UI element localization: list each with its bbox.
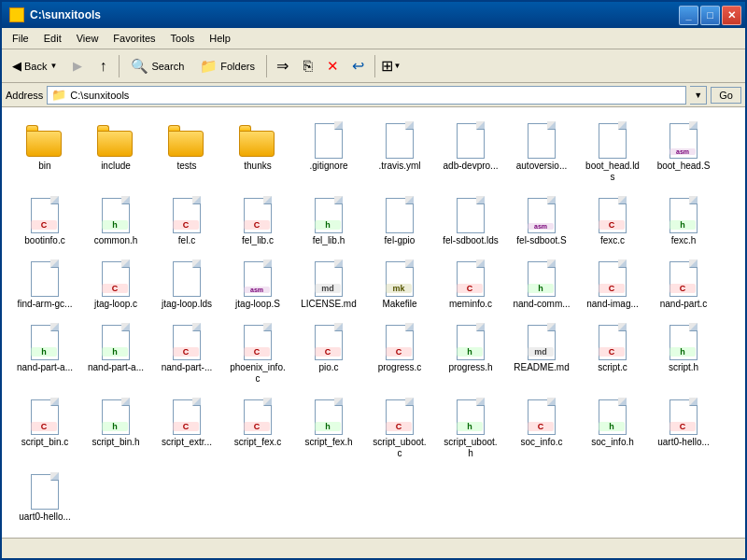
list-item[interactable]: h progress.h [437, 318, 504, 389]
list-item[interactable]: C meminfo.c [437, 255, 504, 315]
toolbar: ◀ Back ▼ ▶ ↑ 🔍 Search 📁 Folders ⇒ ⎘ ✕ [2, 49, 745, 83]
list-item[interactable]: h fexc.h [650, 191, 717, 251]
list-item[interactable]: C fel_lib.c [224, 191, 291, 251]
move-button[interactable]: ⇒ [272, 55, 294, 77]
list-item[interactable]: C fexc.c [579, 191, 646, 251]
list-item[interactable]: h script_fex.h [295, 393, 362, 464]
list-item[interactable]: jtag-loop.lds [153, 255, 220, 315]
file-name: find-arm-gc... [18, 299, 73, 310]
file-name: bootinfo.c [24, 235, 64, 246]
list-item[interactable]: adb-devpro... [437, 117, 504, 188]
document-icon: C [239, 196, 276, 233]
list-item[interactable]: C nand-imag... [579, 255, 646, 315]
list-item[interactable]: C nand-part-... [153, 318, 220, 389]
document-icon: C [26, 398, 63, 435]
list-item[interactable]: h script.h [650, 318, 717, 389]
document-icon: md [523, 323, 560, 360]
file-name: soc_info.h [591, 437, 634, 448]
file-name: .travis.yml [379, 161, 421, 172]
list-item[interactable]: md README.md [508, 318, 575, 389]
menu-view[interactable]: View [70, 30, 106, 47]
list-item[interactable]: mk Makefile [366, 255, 433, 315]
document-icon [26, 259, 63, 297]
menu-file[interactable]: File [6, 30, 35, 47]
list-item[interactable]: C fel.c [153, 191, 220, 251]
file-name: script_bin.c [21, 437, 69, 448]
list-item[interactable]: C script_extr... [153, 393, 220, 464]
back-button[interactable]: ◀ Back ▼ [6, 56, 63, 76]
minimize-button[interactable]: _ [679, 6, 698, 25]
list-item[interactable]: C phoenix_info.c [224, 318, 291, 389]
list-item[interactable]: h common.h [82, 191, 149, 251]
folders-button[interactable]: 📁 Folders [193, 55, 261, 77]
view-button[interactable]: ⊞ ▼ [380, 55, 402, 77]
document-icon: C [381, 323, 418, 360]
menu-edit[interactable]: Edit [37, 30, 68, 47]
list-item[interactable]: include [82, 117, 149, 188]
list-item[interactable]: h soc_info.h [579, 393, 646, 464]
list-item[interactable]: fel-gpio [366, 191, 433, 251]
list-item[interactable]: asm fel-sdboot.S [508, 191, 575, 251]
list-item[interactable]: fel-sdboot.lds [437, 191, 504, 251]
delete-icon: ✕ [327, 58, 339, 75]
list-item[interactable]: h script_uboot.h [437, 393, 504, 464]
list-item[interactable]: C uart0-hello... [650, 393, 717, 464]
forward-icon: ▶ [73, 59, 82, 73]
list-item[interactable]: C nand-part.c [650, 255, 717, 315]
list-item[interactable]: .travis.yml [366, 117, 433, 188]
file-name: fel_lib.h [313, 235, 345, 246]
list-item[interactable]: h script_bin.h [82, 393, 149, 464]
address-input-wrapper: 📁 [47, 86, 686, 105]
search-icon: 🔍 [131, 58, 148, 75]
list-item[interactable]: asm boot_head.S [650, 117, 717, 188]
file-name: fel_lib.c [242, 235, 274, 246]
menu-help[interactable]: Help [203, 30, 237, 47]
up-button[interactable]: ↑ [92, 55, 114, 77]
list-item[interactable]: bin [11, 117, 78, 188]
menu-tools[interactable]: Tools [164, 30, 202, 47]
list-item[interactable]: C script_bin.c [11, 393, 78, 464]
list-item[interactable]: boot_head.lds [579, 117, 646, 188]
list-item[interactable]: C soc_info.c [508, 393, 575, 464]
list-item[interactable]: C bootinfo.c [11, 191, 78, 251]
go-button[interactable]: Go [711, 87, 741, 104]
list-item[interactable]: md LICENSE.md [295, 255, 362, 315]
list-item[interactable]: h fel_lib.h [295, 191, 362, 251]
list-item[interactable]: thunks [224, 117, 291, 188]
copy-button[interactable]: ⎘ [297, 55, 319, 77]
list-item[interactable]: C script.c [579, 318, 646, 389]
file-name: script_fex.h [304, 437, 352, 448]
list-item[interactable]: find-arm-gc... [11, 255, 78, 315]
address-dropdown[interactable]: ▼ [690, 86, 707, 105]
document-icon: C [452, 259, 489, 297]
file-name: phoenix_info.c [229, 362, 287, 385]
maximize-button[interactable]: □ [700, 6, 720, 25]
list-item[interactable]: C script_uboot.c [366, 393, 433, 464]
forward-button[interactable]: ▶ [66, 55, 89, 77]
file-name: fexc.h [671, 235, 697, 246]
close-button[interactable]: ✕ [722, 6, 741, 25]
list-item[interactable]: uart0-hello... [11, 468, 78, 527]
document-icon: C [168, 398, 205, 435]
address-input[interactable] [70, 90, 682, 101]
window-controls: _ □ ✕ [679, 6, 741, 25]
list-item[interactable]: autoversio... [508, 117, 575, 188]
list-item[interactable]: h nand-part-a... [11, 318, 78, 389]
file-name: common.h [94, 235, 138, 246]
undo-button[interactable]: ↩ [347, 55, 370, 77]
list-item[interactable]: C script_fex.c [224, 393, 291, 464]
list-item[interactable]: .gitignore [295, 117, 362, 188]
list-item[interactable]: h nand-part-a... [82, 318, 149, 389]
undo-icon: ↩ [352, 57, 364, 75]
list-item[interactable]: C pio.c [295, 318, 362, 389]
list-item[interactable]: C jtag-loop.c [82, 255, 149, 315]
document-icon [452, 196, 489, 233]
list-item[interactable]: C progress.c [366, 318, 433, 389]
list-item[interactable]: h nand-comm... [508, 255, 575, 315]
address-bar: Address 📁 ▼ Go [2, 83, 745, 107]
search-button[interactable]: 🔍 Search [124, 55, 190, 77]
list-item[interactable]: asm jtag-loop.S [224, 255, 291, 315]
list-item[interactable]: tests [153, 117, 220, 188]
menu-favorites[interactable]: Favorites [106, 30, 162, 47]
delete-button[interactable]: ✕ [322, 55, 345, 77]
